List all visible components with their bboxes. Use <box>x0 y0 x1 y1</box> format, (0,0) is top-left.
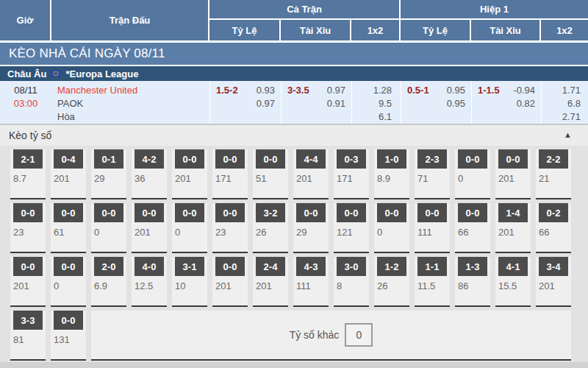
league-region-label: Châu Âu <box>7 68 46 79</box>
score-cell[interactable]: 0-00 <box>91 203 126 253</box>
home-team-link[interactable]: Manchester United <box>57 84 204 97</box>
score-odds-value: 201 <box>253 280 288 291</box>
h1-1x2-away-odds[interactable]: 6.8 <box>567 97 581 110</box>
score-label: 4-2 <box>135 149 164 169</box>
score-cell[interactable]: 0-029 <box>293 203 329 253</box>
score-cell[interactable]: 0-0171 <box>212 149 248 199</box>
score-label: 0-0 <box>175 203 204 222</box>
score-cell[interactable]: 0-023 <box>212 203 248 253</box>
ft-overunder-cell: 3-3.5 0.97 0.91 <box>281 81 351 124</box>
score-odds-value: 121 <box>334 227 369 238</box>
h1-over-odds[interactable]: -0.94 <box>513 84 535 97</box>
score-label: 0-0 <box>13 203 43 222</box>
other-score-input[interactable] <box>345 323 373 347</box>
score-cell[interactable]: 4-115.5 <box>495 257 531 307</box>
score-cell[interactable]: 4-4201 <box>293 149 329 199</box>
score-label: 1-1 <box>417 257 447 276</box>
score-label: 1-4 <box>498 203 528 222</box>
score-cell[interactable]: 0-266 <box>536 203 571 253</box>
ft-1x2-draw-odds[interactable]: 6.1 <box>379 110 392 124</box>
h1-handicap-home-odds[interactable]: 0.95 <box>447 84 465 97</box>
score-cell[interactable]: 0-0201 <box>10 257 46 307</box>
score-cell[interactable]: 3-226 <box>253 203 288 253</box>
score-cell[interactable]: 0-061 <box>51 203 86 253</box>
score-label: 0-3 <box>337 149 366 169</box>
score-odds-value: 201 <box>495 227 531 238</box>
score-odds-value: 71 <box>415 173 450 184</box>
score-cell[interactable]: 1-386 <box>455 257 490 307</box>
score-cell[interactable]: 0-0121 <box>334 203 369 253</box>
h1-under-odds[interactable]: 0.82 <box>517 97 535 110</box>
score-cell[interactable]: 1-08.9 <box>374 149 409 199</box>
ft-handicap-home-odds[interactable]: 0.93 <box>257 84 275 97</box>
score-cell[interactable]: 0-00 <box>51 257 86 307</box>
h1-1x2-home-odds[interactable]: 1.71 <box>562 84 581 97</box>
score-cell[interactable]: 3-4201 <box>536 257 571 307</box>
score-cell[interactable]: 0-3171 <box>334 149 369 199</box>
score-odds-value: 21 <box>536 173 571 184</box>
score-label: 3-4 <box>539 257 568 276</box>
score-cell[interactable]: 0-0201 <box>132 203 167 253</box>
correct-score-header: Kèo tỷ số ▲ <box>0 125 588 146</box>
score-odds-value: 0 <box>374 227 409 238</box>
h1-handicap-away-odds[interactable]: 0.95 <box>447 97 465 110</box>
score-cell[interactable]: 0-00 <box>172 203 207 253</box>
score-cell[interactable]: 1-226 <box>374 257 409 307</box>
ft-under-odds[interactable]: 0.91 <box>327 97 345 110</box>
score-label: 0-0 <box>13 257 43 276</box>
score-odds-value: 36 <box>132 173 167 184</box>
score-label: 1-0 <box>377 149 406 169</box>
league-row[interactable]: Châu Âu *Europa League <box>0 66 588 81</box>
score-odds-value: 61 <box>51 227 86 238</box>
match-time-cell: 08/11 03:00 <box>0 81 51 124</box>
score-cell[interactable]: 0-0201 <box>212 257 248 307</box>
correct-score-section: Kèo tỷ số ▲ 2-18.7 0-4201 0-129 4-236 0-… <box>0 125 588 362</box>
score-cell[interactable]: 2-18.7 <box>10 149 46 199</box>
score-cell[interactable]: 2-221 <box>536 149 571 199</box>
score-cell[interactable]: 0-00 <box>455 149 490 199</box>
h1-1x2-draw-odds[interactable]: 2.71 <box>562 110 581 124</box>
score-cell[interactable]: 2-371 <box>415 149 450 199</box>
score-cell[interactable]: 3-381 <box>10 311 46 361</box>
score-cell[interactable]: 0-0111 <box>415 203 450 253</box>
score-cell[interactable]: 0-0201 <box>172 149 207 199</box>
score-cell[interactable]: 0-066 <box>455 203 490 253</box>
score-cell[interactable]: 4-012.5 <box>132 257 167 307</box>
ft-1x2-home-odds[interactable]: 1.28 <box>373 84 392 97</box>
column-header-match: Trận Đấu <box>51 0 209 40</box>
score-cell[interactable]: 3-110 <box>172 257 207 307</box>
score-cell[interactable]: 1-111.5 <box>415 257 450 307</box>
score-odds-value: 10 <box>172 280 207 291</box>
score-odds-value: 0 <box>455 173 490 184</box>
score-odds-value: 201 <box>172 173 207 184</box>
ft-1x2-away-odds[interactable]: 9.5 <box>379 97 392 110</box>
h1-overunder-line: 1-1.5 <box>478 84 500 97</box>
match-date: 08/11 <box>0 84 51 97</box>
score-cell[interactable]: 1-4201 <box>495 203 531 253</box>
ft-handicap-away-odds[interactable]: 0.97 <box>257 97 275 110</box>
score-label: 2-3 <box>417 149 447 169</box>
score-cell[interactable]: 2-4201 <box>253 257 288 307</box>
score-cell[interactable]: 0-0131 <box>51 311 86 361</box>
score-cell[interactable]: 0-051 <box>253 149 288 199</box>
column-header-time: Giờ <box>0 0 51 40</box>
score-label: 0-0 <box>135 203 164 222</box>
score-cell[interactable]: 0-0201 <box>495 149 531 199</box>
score-label: 0-4 <box>54 149 83 169</box>
score-cell[interactable]: 0-023 <box>10 203 46 253</box>
score-cell[interactable]: 0-4201 <box>51 149 86 199</box>
collapse-arrow-icon[interactable]: ▲ <box>564 130 572 139</box>
h1-overunder-cell: 1-1.5 -0.94 0.82 <box>471 81 541 124</box>
score-odds-value: 171 <box>212 173 248 184</box>
score-cell[interactable]: 2-06.9 <box>91 257 126 307</box>
score-cell[interactable]: 0-129 <box>91 149 126 199</box>
match-teams-cell: Manchester United PAOK Hòa <box>51 81 209 124</box>
score-cell[interactable]: 0-00 <box>374 203 409 253</box>
score-label: 3-3 <box>13 311 43 330</box>
score-cell[interactable]: 4-3111 <box>293 257 329 307</box>
score-cell[interactable]: 3-08 <box>334 257 369 307</box>
score-label: 0-0 <box>296 203 326 222</box>
ft-over-odds[interactable]: 0.97 <box>327 84 345 97</box>
score-cell[interactable]: 4-236 <box>132 149 167 199</box>
away-team-link[interactable]: PAOK <box>57 97 204 110</box>
